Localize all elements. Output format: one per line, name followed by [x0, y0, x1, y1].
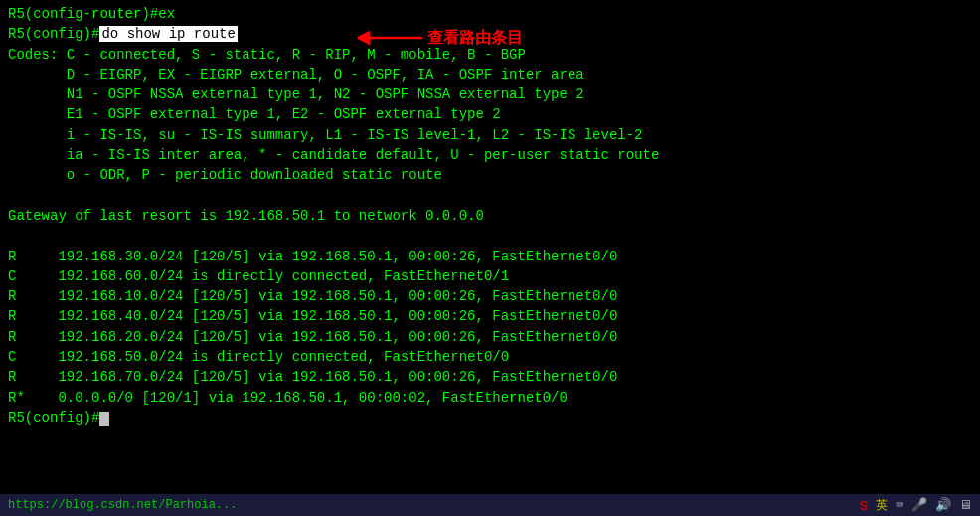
route5: R 192.168.20.0/24 [120/5] via 192.168.50…	[8, 327, 972, 347]
gateway-line: Gateway of last resort is 192.168.50.1 t…	[8, 206, 972, 226]
codes-line2: D - EIGRP, EX - EIGRP external, O - OSPF…	[8, 65, 972, 85]
url-label: https://blog.csdn.net/Parhoia...	[8, 498, 237, 512]
status-bar: https://blog.csdn.net/Parhoia... S 英 ⌨ 🎤…	[0, 494, 980, 516]
route4: R 192.168.40.0/24 [120/5] via 192.168.50…	[8, 306, 972, 326]
route7: R 192.168.70.0/24 [120/5] via 192.168.50…	[8, 367, 972, 387]
codes-line5: i - IS-IS, su - IS-IS summary, L1 - IS-I…	[8, 125, 972, 145]
route3: R 192.168.10.0/24 [120/5] via 192.168.50…	[8, 286, 972, 306]
blank2	[8, 226, 972, 246]
annotation-text: 查看路由条目	[427, 26, 523, 49]
final-prompt: R5(config)#	[8, 408, 972, 428]
keyboard-icon: ⌨	[896, 497, 903, 513]
codes-line6: ia - IS-IS inter area, * - candidate def…	[8, 145, 972, 165]
mic-icon: 🎤	[911, 497, 927, 513]
route1: R 192.168.30.0/24 [120/5] via 192.168.50…	[8, 247, 972, 266]
annotation-container: 查看路由条目	[358, 22, 523, 54]
codes-line4: E1 - OSPF external type 1, E2 - OSPF ext…	[8, 104, 972, 124]
speaker-icon: 🔊	[935, 497, 951, 513]
route2: C 192.168.60.0/24 is directly connected,…	[8, 266, 972, 286]
display-icon: 🖥	[959, 498, 972, 513]
route6: C 192.168.50.0/24 is directly connected,…	[8, 347, 972, 367]
lang-indicator: 英	[876, 497, 888, 514]
command-highlight: do show ip route	[99, 26, 237, 42]
blank1	[8, 186, 972, 206]
arrow-icon	[358, 22, 427, 54]
status-icons-group: S 英 ⌨ 🎤 🔊 🖥	[860, 497, 973, 514]
codes-line7: o - ODR, P - periodic downloaded static …	[8, 165, 972, 185]
cursor	[99, 412, 109, 426]
route8: R* 0.0.0.0/0 [120/1] via 192.168.50.1, 0…	[8, 388, 972, 408]
csdn-logo: S	[860, 498, 869, 513]
prompt: R5(config)#	[8, 26, 99, 42]
codes-line3: N1 - OSPF NSSA external type 1, N2 - OSP…	[8, 85, 972, 104]
terminal: R5(config-router)#ex R5(config)#do show …	[0, 0, 980, 431]
